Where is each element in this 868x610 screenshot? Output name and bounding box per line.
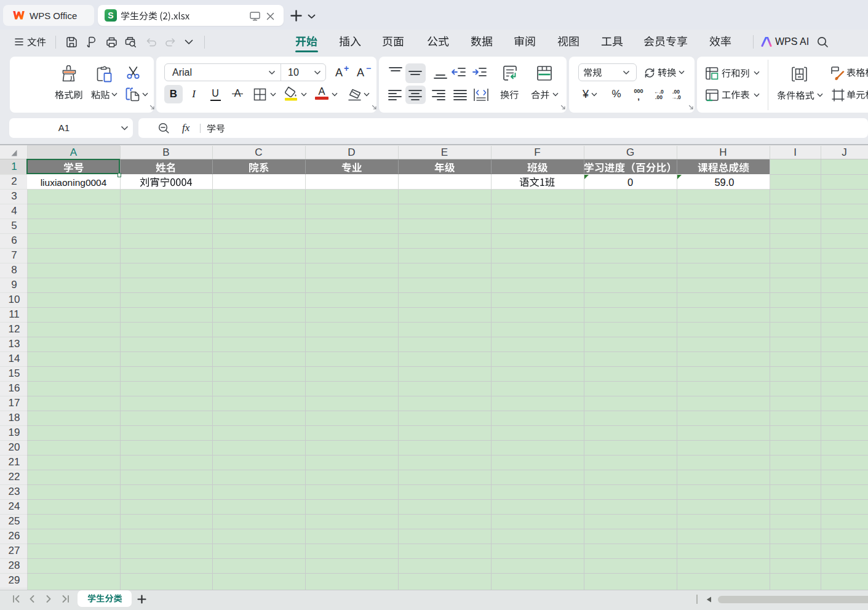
svg-text:.00: .00: [655, 94, 663, 100]
svg-text:→.0: →.0: [671, 94, 681, 100]
svg-text:S: S: [108, 10, 113, 20]
